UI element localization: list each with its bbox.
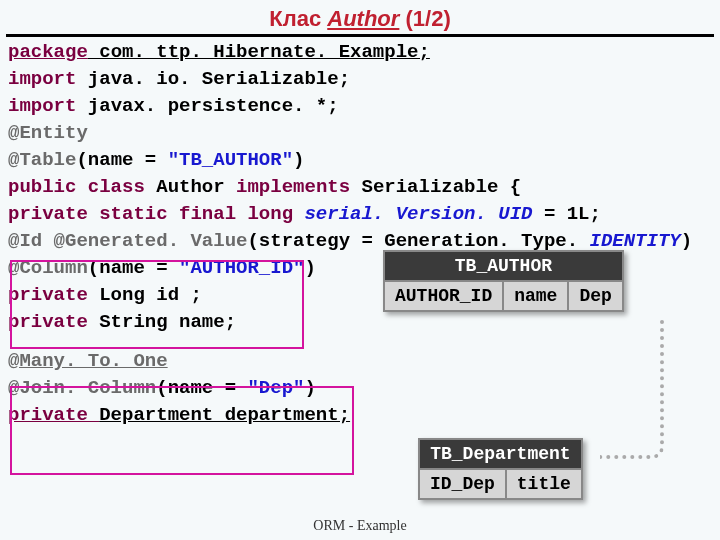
code-line: private static final long serial. Versio… bbox=[8, 201, 712, 228]
db-col: AUTHOR_ID bbox=[384, 281, 503, 311]
footer-text: ORM - Example bbox=[0, 518, 720, 534]
fk-connector bbox=[600, 320, 664, 459]
code-line: @Table(name = "TB_AUTHOR") bbox=[8, 147, 712, 174]
db-col: ID_Dep bbox=[419, 469, 506, 499]
db-col: name bbox=[503, 281, 568, 311]
db-table-department: TB_Department ID_Dep title bbox=[418, 438, 583, 500]
title-suffix: (1/2) bbox=[399, 6, 450, 31]
db-col: title bbox=[506, 469, 582, 499]
code-line: import java. io. Serializable; bbox=[8, 66, 712, 93]
code-line: public class Author implements Serializa… bbox=[8, 174, 712, 201]
db-table-author: TB_AUTHOR AUTHOR_ID name Dep bbox=[383, 250, 624, 312]
code-line: package com. ttp. Hibernate. Example; bbox=[8, 39, 712, 66]
code-line: import javax. persistence. *; bbox=[8, 93, 712, 120]
db-table-author-name: TB_AUTHOR bbox=[384, 251, 623, 281]
db-col: Dep bbox=[568, 281, 622, 311]
title-word: Author bbox=[327, 6, 399, 31]
code-line: @Entity bbox=[8, 120, 712, 147]
db-table-dept-name: TB_Department bbox=[419, 439, 582, 469]
slide-title: Клас Author (1/2) bbox=[0, 0, 720, 34]
title-prefix: Клас bbox=[269, 6, 327, 31]
